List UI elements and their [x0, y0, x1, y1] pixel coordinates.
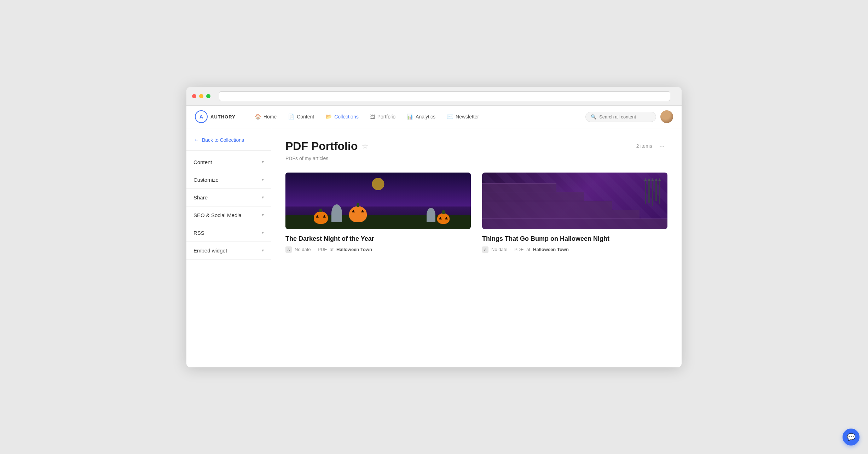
- chat-icon: 💬: [847, 433, 856, 441]
- search-icon: 🔍: [591, 114, 596, 120]
- fence-bar: [648, 180, 650, 203]
- nav-newsletter[interactable]: ✉️ Newsletter: [442, 111, 484, 123]
- maximize-dot[interactable]: [206, 94, 210, 98]
- fence-bar: [645, 180, 646, 204]
- sidebar-item-customize[interactable]: Customize ▾: [186, 171, 271, 188]
- fence-bar: [652, 180, 653, 206]
- chevron-down-icon: ▾: [262, 230, 264, 235]
- logo-name: AUTHORY: [210, 114, 236, 120]
- browser-window: A AUTHORY 🏠 Home 📄 Content 📂 Collections: [186, 87, 682, 367]
- article-type: PDF: [514, 247, 523, 252]
- collection-title-row: PDF Portfolio ☆: [285, 140, 368, 153]
- collection-header: PDF Portfolio ☆ 2 items ···: [285, 140, 667, 153]
- article-publication: Halloween Town: [336, 247, 372, 252]
- nav-home[interactable]: 🏠 Home: [250, 111, 282, 123]
- gravestone-2: [427, 208, 435, 222]
- sidebar-item-seo[interactable]: SEO & Social Media ▾: [186, 206, 271, 224]
- moon: [372, 178, 384, 190]
- portfolio-icon: 🖼: [370, 114, 375, 120]
- avatar-image: [660, 110, 673, 123]
- nav-portfolio[interactable]: 🖼 Portfolio: [365, 111, 400, 123]
- pumpkin-2: [349, 206, 367, 222]
- nav-collections[interactable]: 📂 Collections: [320, 111, 363, 123]
- stair-1: [482, 219, 667, 229]
- chevron-down-icon: ▾: [262, 195, 264, 200]
- sidebar-section-content: Content ▾: [186, 153, 271, 171]
- sidebar-section-rss: RSS ▾: [186, 224, 271, 242]
- nav-content[interactable]: 📄 Content: [283, 111, 319, 123]
- content-area: PDF Portfolio ☆ 2 items ··· PDFs of my a…: [271, 128, 682, 367]
- star-icon[interactable]: ☆: [362, 142, 368, 150]
- article-meta: A No date · PDF at Halloween Town: [285, 246, 471, 253]
- more-options-icon[interactable]: ···: [656, 141, 667, 151]
- collections-icon: 📂: [325, 114, 332, 120]
- collection-title: PDF Portfolio: [285, 140, 358, 153]
- article-date: No date: [491, 247, 508, 252]
- article-meta: A No date · PDF at Halloween Town: [482, 246, 667, 253]
- back-to-collections[interactable]: ← Back to Collections: [186, 137, 271, 151]
- article-type: PDF: [318, 247, 327, 252]
- article-thumbnail: [285, 173, 471, 229]
- stair-5: [482, 183, 556, 192]
- chevron-down-icon: ▾: [262, 213, 264, 217]
- url-bar[interactable]: [219, 91, 670, 101]
- sidebar-section-share: Share ▾: [186, 189, 271, 206]
- analytics-icon: 📊: [407, 114, 413, 120]
- nav-links: 🏠 Home 📄 Content 📂 Collections 🖼 Portfol…: [250, 111, 585, 123]
- article-publication: Halloween Town: [533, 247, 569, 252]
- sidebar-item-share[interactable]: Share ▾: [186, 189, 271, 206]
- halloween-scene-1: [285, 173, 471, 229]
- minimize-dot[interactable]: [199, 94, 203, 98]
- search-box[interactable]: 🔍: [585, 112, 656, 122]
- search-input[interactable]: [599, 114, 651, 120]
- collection-description: PDFs of my articles.: [285, 156, 667, 161]
- nav-analytics[interactable]: 📊 Analytics: [402, 111, 440, 123]
- top-navigation: A AUTHORY 🏠 Home 📄 Content 📂 Collections: [186, 106, 682, 128]
- article-title: The Darkest Night of the Year: [285, 235, 471, 243]
- newsletter-icon: ✉️: [447, 114, 453, 120]
- sidebar-item-rss[interactable]: RSS ▾: [186, 224, 271, 241]
- fence-bar: [655, 180, 657, 201]
- pumpkin-1: [314, 211, 328, 224]
- article-date: No date: [295, 247, 311, 252]
- author-icon: A: [285, 246, 292, 253]
- article-card[interactable]: The Darkest Night of the Year A No date …: [285, 173, 471, 253]
- main-layout: ← Back to Collections Content ▾ Customiz…: [186, 128, 682, 367]
- halloween-scene-2: [482, 173, 667, 229]
- home-icon: 🏠: [255, 114, 261, 120]
- app: A AUTHORY 🏠 Home 📄 Content 📂 Collections: [186, 106, 682, 367]
- article-thumbnail: [482, 173, 667, 229]
- nav-right: 🔍: [585, 110, 673, 123]
- fence-bar: [659, 180, 660, 204]
- logo-icon: A: [195, 110, 208, 123]
- stair-2: [482, 210, 640, 219]
- close-dot[interactable]: [192, 94, 196, 98]
- gravestone-1: [331, 204, 342, 222]
- logo[interactable]: A AUTHORY: [195, 110, 236, 123]
- sidebar-item-content[interactable]: Content ▾: [186, 153, 271, 171]
- sidebar-section-embed: Embed widget ▾: [186, 242, 271, 260]
- author-icon: A: [482, 246, 488, 253]
- chevron-down-icon: ▾: [262, 177, 264, 182]
- stair-4: [482, 192, 584, 201]
- chat-bubble-button[interactable]: 💬: [843, 429, 860, 446]
- article-title: Things That Go Bump on Halloween Night: [482, 235, 667, 243]
- items-count: 2 items: [636, 143, 652, 149]
- sidebar: ← Back to Collections Content ▾ Customiz…: [186, 128, 271, 367]
- chevron-down-icon: ▾: [262, 159, 264, 164]
- content-icon: 📄: [288, 114, 295, 120]
- sidebar-section-seo: SEO & Social Media ▾: [186, 206, 271, 224]
- article-card[interactable]: Things That Go Bump on Halloween Night A…: [482, 173, 667, 253]
- sidebar-item-embed-widget[interactable]: Embed widget ▾: [186, 242, 271, 259]
- stair-3: [482, 201, 612, 210]
- pumpkin-3: [437, 213, 450, 224]
- articles-grid: The Darkest Night of the Year A No date …: [285, 173, 667, 253]
- fence: [645, 180, 660, 208]
- browser-chrome: [186, 87, 682, 106]
- avatar[interactable]: [660, 110, 673, 123]
- back-arrow-icon: ←: [193, 137, 199, 143]
- chevron-down-icon: ▾: [262, 248, 264, 253]
- sidebar-section-customize: Customize ▾: [186, 171, 271, 189]
